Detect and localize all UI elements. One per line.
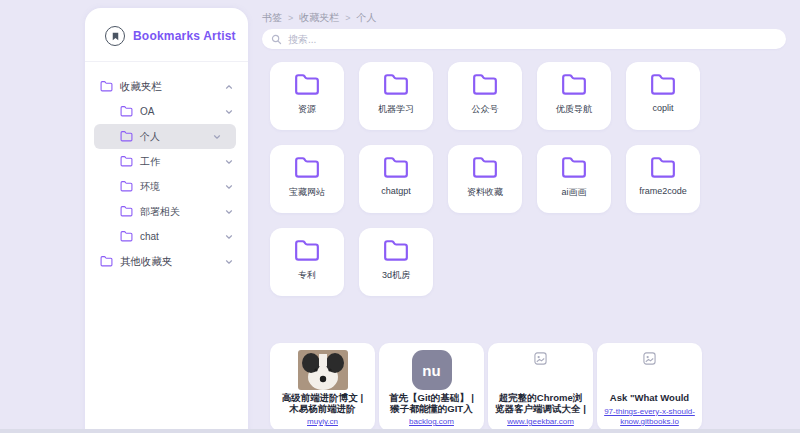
folder-icon (120, 105, 133, 118)
bookmark-thumbnail-dog-photo (298, 348, 348, 392)
sidebar-item-work[interactable]: 工作 (85, 149, 248, 174)
folder-icon (120, 155, 133, 168)
bookmark-link[interactable]: www.igeekbar.com (507, 417, 574, 427)
sidebar: Bookmarks Artist 收藏夹栏 OA 个人 (85, 8, 248, 433)
folder-label: chatgpt (381, 186, 411, 196)
breadcrumb-item-personal[interactable]: 个人 (357, 11, 377, 25)
folder-icon (472, 155, 498, 181)
folder-icon (383, 155, 409, 181)
sidebar-item-oa[interactable]: OA (85, 99, 248, 124)
folder-card[interactable]: coplit (626, 62, 700, 130)
chevron-up-icon[interactable] (224, 82, 234, 92)
folder-icon (294, 155, 320, 181)
folder-card[interactable]: 资源 (270, 62, 344, 130)
folder-icon (472, 72, 498, 98)
broken-image-icon (643, 348, 656, 392)
folder-card[interactable]: 资料收藏 (448, 145, 522, 213)
folder-card[interactable]: 3d机房 (359, 228, 433, 296)
folder-icon (120, 205, 133, 218)
bookmark-card[interactable]: 超完整的Chrome浏览器客户端调试大全 | ... www.igeekbar.… (488, 343, 593, 431)
bookmark-title: Ask "What Would the User Do?" (You Are..… (604, 392, 695, 405)
search-input[interactable] (288, 34, 777, 45)
folder-label: frame2code (639, 186, 687, 196)
folder-label: 机器学习 (378, 103, 414, 116)
sidebar-item-label: 其他收藏夹 (120, 255, 217, 269)
folder-icon (120, 130, 133, 143)
breadcrumb: 书签 > 收藏夹栏 > 个人 (248, 0, 800, 25)
folder-icon (650, 155, 676, 181)
folder-label: coplit (652, 103, 673, 113)
sidebar-item-personal[interactable]: 个人 (94, 124, 236, 149)
folder-label: 专利 (298, 269, 316, 282)
sidebar-item-bookmarks-bar[interactable]: 收藏夹栏 (85, 74, 248, 99)
sidebar-item-label: chat (140, 231, 217, 242)
app-title: Bookmarks Artist (133, 29, 236, 43)
folder-label: 宝藏网站 (289, 186, 325, 199)
sidebar-item-label: 个人 (140, 130, 205, 144)
folder-icon (561, 155, 587, 181)
chevron-down-icon[interactable] (224, 207, 234, 217)
chevron-down-icon[interactable] (224, 257, 234, 267)
sidebar-nav: 收藏夹栏 OA 个人 (85, 74, 248, 274)
sidebar-divider (85, 61, 248, 62)
folder-icon (561, 72, 587, 98)
folder-grid: 资源 机器学习 公众号 优质导航 coplit 宝藏网站 chatgpt 资料 (270, 62, 700, 296)
folder-icon (100, 255, 113, 268)
sidebar-item-other-bookmarks[interactable]: 其他收藏夹 (85, 249, 248, 274)
folder-card[interactable]: 优质导航 (537, 62, 611, 130)
chevron-down-icon[interactable] (224, 182, 234, 192)
folder-card[interactable]: 公众号 (448, 62, 522, 130)
folder-card[interactable]: ai画画 (537, 145, 611, 213)
broken-image-icon (534, 348, 547, 392)
folder-icon (383, 72, 409, 98)
folder-card[interactable]: 机器学习 (359, 62, 433, 130)
bookmark-title: 高级前端进阶博文 | 木易杨前端进阶 (277, 392, 368, 415)
folder-icon (100, 80, 113, 93)
nu-logo: nu (412, 350, 452, 390)
breadcrumb-item-bookmarks[interactable]: 书签 (262, 11, 282, 25)
chevron-down-icon[interactable] (224, 107, 234, 117)
chevron-down-icon[interactable] (224, 232, 234, 242)
breadcrumb-separator: > (288, 13, 293, 23)
folder-icon (294, 238, 320, 264)
search-bar[interactable] (262, 29, 786, 49)
sidebar-item-chat[interactable]: chat (85, 224, 248, 249)
bottom-edge-strip (0, 429, 800, 433)
sidebar-item-label: OA (140, 106, 217, 117)
bookmark-link[interactable]: backlog.com (409, 417, 454, 427)
folder-card[interactable]: 宝藏网站 (270, 145, 344, 213)
bookmark-thumbnail-nu-logo: nu (412, 348, 452, 392)
folder-icon (650, 72, 676, 98)
bookmark-card[interactable]: Ask "What Would the User Do?" (You Are..… (597, 343, 702, 431)
folder-icon (120, 230, 133, 243)
sidebar-item-environment[interactable]: 环境 (85, 174, 248, 199)
sidebar-item-deployment[interactable]: 部署相关 (85, 199, 248, 224)
bookmark-icon (105, 26, 125, 46)
folder-card[interactable]: frame2code (626, 145, 700, 213)
bookmark-link[interactable]: muyiy.cn (307, 417, 338, 427)
sidebar-item-label: 工作 (140, 155, 217, 169)
folder-label: ai画画 (561, 186, 586, 199)
folder-icon (383, 238, 409, 264)
folder-icon (294, 72, 320, 98)
folder-label: 优质导航 (556, 103, 592, 116)
chevron-down-icon[interactable] (212, 132, 222, 142)
bookmark-card[interactable]: nu 首先【Git的基础】 | 猴子都能懂的GIT入门 |.. backlog.… (379, 343, 484, 431)
sidebar-item-label: 收藏夹栏 (120, 80, 217, 94)
folder-card[interactable]: chatgpt (359, 145, 433, 213)
chevron-down-icon[interactable] (224, 157, 234, 167)
breadcrumb-item-bookmarks-bar[interactable]: 收藏夹栏 (299, 11, 339, 25)
sidebar-item-label: 环境 (140, 180, 217, 194)
breadcrumb-separator: > (345, 13, 350, 23)
bookmark-card[interactable]: 高级前端进阶博文 | 木易杨前端进阶 muyiy.cn (270, 343, 375, 431)
folder-label: 资源 (298, 103, 316, 116)
folder-card[interactable]: 专利 (270, 228, 344, 296)
bookmark-title: 超完整的Chrome浏览器客户端调试大全 | ... (495, 392, 586, 415)
folder-icon (120, 180, 133, 193)
bookmark-row: 高级前端进阶博文 | 木易杨前端进阶 muyiy.cn nu 首先【Git的基础… (270, 343, 702, 431)
folder-label: 公众号 (472, 103, 499, 116)
sidebar-item-label: 部署相关 (140, 205, 217, 219)
main-content: 书签 > 收藏夹栏 > 个人 资源 机器学习 公众号 优质导航 coplit (248, 0, 800, 433)
app-logo: Bookmarks Artist (85, 8, 248, 46)
bookmark-link[interactable]: 97-things-every-x-should-know.gitbooks.i… (604, 407, 695, 427)
